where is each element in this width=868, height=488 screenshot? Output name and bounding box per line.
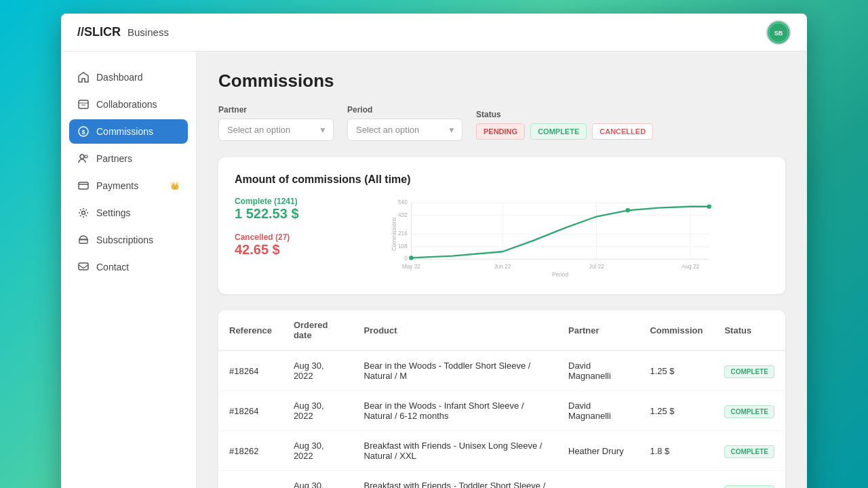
users-icon <box>77 98 90 110</box>
svg-point-29 <box>707 205 711 209</box>
cell-ordered-date: Aug 30, 2022 <box>283 431 353 471</box>
cell-status: COMPLETE <box>713 431 785 471</box>
svg-text:$: $ <box>81 129 85 136</box>
line-chart-svg: 540 432 216 108 0 Commissions <box>336 197 769 278</box>
sidebar-item-dashboard-label: Dashboard <box>96 72 143 83</box>
commissions-table-card: Reference Ordered date Product Partner C… <box>218 310 785 488</box>
cell-ordered-date: Aug 30, 2022 <box>283 391 353 431</box>
subscriptions-icon <box>77 234 90 246</box>
sidebar-item-collaborations[interactable]: Collaborations <box>69 92 188 117</box>
complete-stat: Complete (1241) 1 522.53 $ <box>235 197 316 222</box>
payments-icon <box>77 180 90 192</box>
cell-partner: David Magnanelli <box>557 350 639 391</box>
partner-select[interactable]: Select an option <box>218 119 334 141</box>
commissions-icon: $ <box>77 125 90 138</box>
partner-select-wrapper: Select an option ▼ <box>218 119 334 141</box>
cell-status: COMPLETE <box>713 350 785 391</box>
sidebar-item-settings[interactable]: Settings <box>69 201 188 225</box>
col-reference: Reference <box>218 310 283 350</box>
cell-product: Bear in the Woods - Toddler Short Sleeve… <box>353 350 557 391</box>
status-badge: COMPLETE <box>724 445 774 458</box>
period-filter-label: Period <box>347 105 462 115</box>
body: Dashboard Collaborations $ <box>61 52 807 488</box>
complete-stat-label: Complete (1241) <box>235 197 316 206</box>
table-row: #18264 Aug 30, 2022 Bear in the Woods - … <box>218 391 785 431</box>
svg-text:Jun 22: Jun 22 <box>494 263 511 270</box>
sidebar-item-subscriptions-label: Subscriptions <box>96 235 153 245</box>
table-header-row: Reference Ordered date Product Partner C… <box>218 310 785 350</box>
pending-badge[interactable]: PENDING <box>476 123 525 140</box>
cell-commission: 1.25 $ <box>639 391 713 431</box>
svg-text:540: 540 <box>398 199 408 205</box>
svg-text:Jul 22: Jul 22 <box>589 263 605 270</box>
cell-commission: 1.25 $ <box>639 471 713 489</box>
sidebar: Dashboard Collaborations $ <box>61 52 197 488</box>
filters-row: Partner Select an option ▼ Period Select… <box>218 105 785 141</box>
chart-stats: Complete (1241) 1 522.53 $ Cancelled (27… <box>235 197 316 258</box>
cancelled-stat-value: 42.65 $ <box>235 242 316 258</box>
complete-badge[interactable]: COMPLETE <box>530 123 587 140</box>
col-ordered-date: Ordered date <box>283 310 353 350</box>
avatar[interactable]: SB <box>766 20 791 45</box>
logo-slash: //SLICR <box>77 25 121 39</box>
svg-text:Period: Period <box>552 271 568 278</box>
cell-product: Breakfast with Friends - Unisex Long Sle… <box>353 431 557 471</box>
svg-text:Commissions: Commissions <box>391 217 397 251</box>
sidebar-item-contact[interactable]: Contact <box>69 255 188 279</box>
svg-rect-8 <box>79 182 88 189</box>
cancelled-stat-label: Cancelled (27) <box>235 232 316 242</box>
sidebar-item-settings-label: Settings <box>96 207 131 218</box>
sidebar-item-contact-label: Contact <box>96 262 129 272</box>
cell-commission: 1.25 $ <box>639 350 713 391</box>
cell-partner: David Magnanelli <box>557 391 639 431</box>
app-window: //SLICR Business SB Dashboard <box>61 14 807 488</box>
settings-icon <box>77 207 90 219</box>
sidebar-item-partners-label: Partners <box>96 153 132 164</box>
cell-ordered-date: Aug 30, 2022 <box>283 350 353 391</box>
svg-point-9 <box>82 211 85 215</box>
svg-text:0: 0 <box>404 255 408 262</box>
payments-badge: 👑 <box>170 182 180 190</box>
status-badge: COMPLETE <box>724 365 774 378</box>
svg-point-6 <box>80 155 84 159</box>
complete-stat-value: 1 522.53 $ <box>235 206 316 222</box>
logo: //SLICR Business <box>77 25 169 39</box>
sidebar-item-collaborations-label: Collaborations <box>96 99 157 110</box>
commissions-table: Reference Ordered date Product Partner C… <box>218 310 785 488</box>
partners-icon <box>77 152 90 165</box>
cell-reference: #18262 <box>218 471 283 489</box>
main-content: Commissions Partner Select an option ▼ P… <box>197 52 807 488</box>
sidebar-item-commissions[interactable]: $ Commissions <box>69 119 188 144</box>
col-partner: Partner <box>557 310 639 350</box>
status-badge: COMPLETE <box>724 485 774 489</box>
status-filter-label: Status <box>476 110 653 119</box>
table-row: #18264 Aug 30, 2022 Bear in the Woods - … <box>218 350 785 391</box>
cell-product: Bear in the Woods - Infant Short Sleeve … <box>353 391 557 431</box>
logo-business: Business <box>127 26 169 38</box>
svg-text:SB: SB <box>774 29 783 36</box>
sidebar-item-subscriptions[interactable]: Subscriptions <box>69 228 188 252</box>
sidebar-item-partners[interactable]: Partners <box>69 146 188 171</box>
page-title: Commissions <box>218 70 785 92</box>
sidebar-item-payments[interactable]: Payments 👑 <box>69 174 188 198</box>
chart-area: 540 432 216 108 0 Commissions <box>336 197 769 278</box>
cancelled-badge[interactable]: CANCELLED <box>592 123 653 140</box>
home-icon <box>77 71 90 83</box>
cell-ordered-date: Aug 30, 2022 <box>283 471 353 489</box>
partner-filter-group: Partner Select an option ▼ <box>218 105 334 141</box>
cell-reference: #18264 <box>218 350 283 391</box>
cell-reference: #18262 <box>218 431 283 471</box>
status-badges: PENDING COMPLETE CANCELLED <box>476 123 653 141</box>
sidebar-item-commissions-label: Commissions <box>96 126 153 137</box>
period-filter-group: Period Select an option ▼ <box>347 105 462 141</box>
status-badge: COMPLETE <box>724 405 774 418</box>
cell-product: Breakfast with Friends - Toddler Short S… <box>353 471 557 489</box>
contact-icon <box>77 261 90 273</box>
period-select[interactable]: Select an option <box>347 119 462 141</box>
chart-card: Amount of commissions (All time) Complet… <box>218 157 785 294</box>
cell-status: COMPLETE <box>713 471 785 489</box>
col-status: Status <box>713 310 785 350</box>
svg-rect-3 <box>79 100 88 108</box>
sidebar-item-dashboard[interactable]: Dashboard <box>69 65 188 89</box>
svg-text:432: 432 <box>398 211 408 218</box>
